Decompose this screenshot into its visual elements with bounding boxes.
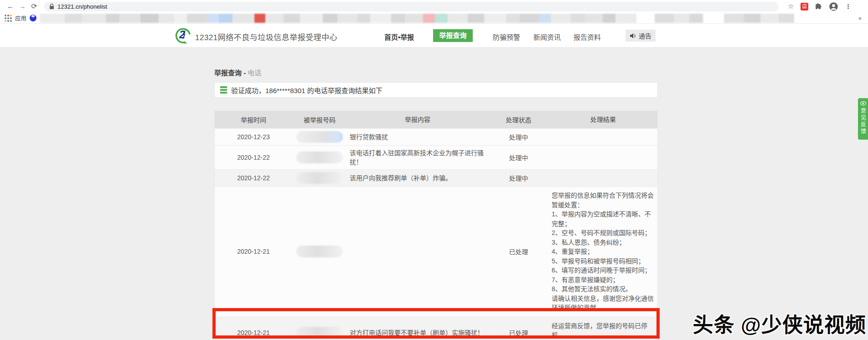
blurred-bookmark[interactable] [207,14,219,23]
blurred-bookmark[interactable] [219,14,232,23]
breadcrumb-section: 举报查询 [214,69,242,77]
watermark-text: 头条 @少侠说视频 [693,309,866,338]
apps-label[interactable]: 应用 [15,14,26,22]
blurred-bookmark[interactable] [585,14,603,23]
blurred-bookmark[interactable] [40,14,65,23]
process-status: 处理中 [488,170,549,186]
blurred-bookmark[interactable] [448,14,468,23]
column-header-process-status: 处理状态 [488,115,549,124]
site-logo-12321: 2 [174,26,192,45]
site-header: 2 12321网络不良与垃圾信息举报受理中心 首页•举报举报查询防骗预警新闻资讯… [0,24,868,47]
nav-link[interactable]: 报告资料 [574,32,601,42]
chrome-menu-icon[interactable]: ⋮ [845,3,851,10]
blurred-bookmark[interactable] [551,14,571,23]
speaker-icon [630,33,636,39]
blurred-bookmark[interactable] [357,14,370,23]
forward-icon[interactable]: → [16,0,28,13]
blurred-bookmark[interactable] [405,14,423,23]
blurred-phone-number [296,131,343,143]
shop-extension-icon[interactable]: 店 [801,3,808,10]
column-header-reported-number: 被举报号码 [292,115,347,124]
blurred-phone-number [296,172,343,184]
blurred-bookmark[interactable] [323,14,337,23]
nav-report-query-button[interactable]: 举报查询 [433,29,473,42]
report-results-table: 举报时间 被举报号码 举报内容 处理状态 处理结果 2020-12-23银行贷款… [214,111,658,340]
profile-avatar[interactable] [829,2,838,11]
blurred-bookmark[interactable] [284,14,300,23]
process-status: 处理中 [488,129,549,145]
blurred-bookmark[interactable] [744,14,760,23]
baidu-favicon[interactable] [30,15,36,21]
blurred-bookmark[interactable] [140,14,159,23]
feedback-label: 意见反馈 [859,108,867,135]
blurred-bookmark[interactable] [174,14,187,23]
report-content: 银行贷款骚扰 [347,129,488,145]
nav-link[interactable]: 新闻资讯 [533,32,561,42]
blurred-bookmark[interactable] [423,14,435,23]
reload-icon[interactable]: ⟳ [28,0,40,13]
blurred-bookmark[interactable] [603,14,615,23]
notice-chip[interactable]: 通告 [625,30,656,42]
bookmarks-overflow-chevron[interactable]: » [858,15,863,21]
blurred-bookmark[interactable] [65,14,82,23]
blurred-bookmark[interactable] [232,14,254,23]
blurred-bookmark[interactable] [779,14,794,23]
reported-number-cell [292,170,347,186]
blurred-bookmark[interactable] [159,14,174,23]
blurred-bookmark[interactable] [187,14,207,23]
blurred-bookmark[interactable] [724,14,744,23]
toolbar-actions: ☆ 店 ⋮ [788,2,851,11]
blurred-bookmark[interactable] [435,14,448,23]
blurred-phone-number [296,152,343,163]
blurred-bookmark[interactable] [119,14,140,23]
blurred-bookmark[interactable] [506,14,520,23]
blurred-bookmark[interactable] [468,14,484,23]
browser-toolbar: ← → ⟳ 12321.cn/phonelist ☆ 店 ⋮ [0,0,868,13]
table-row: 2020-12-21对方打电话问我要不要补单（刷单）实施骚扰！已处理经运营商反馈… [215,317,657,340]
table-header-row: 举报时间 被举报号码 举报内容 处理状态 处理结果 [215,111,657,128]
report-date: 2020-12-21 [215,317,292,340]
report-content: 该电话打着入驻国家高新技术企业为幌子进行骚扰！ [347,146,488,169]
blurred-phone-number [296,327,343,339]
blurred-bookmark[interactable] [337,14,357,23]
bookmarks-blur-strip[interactable] [40,14,820,23]
back-icon[interactable]: ← [5,0,16,13]
table-row: 2020-12-22该电话打着入驻国家高新技术企业为幌子进行骚扰！处理中 [215,145,657,169]
nav-link[interactable]: 防骗预警 [493,32,520,42]
reported-number-cell [292,146,347,169]
blurred-bookmark[interactable] [655,14,674,23]
blurred-bookmark[interactable] [370,14,391,23]
blurred-bookmark[interactable] [82,14,106,23]
blurred-bookmark[interactable] [689,14,703,23]
apps-grid-icon[interactable] [5,15,12,22]
bookmarks-bar: 应用 » [0,13,868,24]
bookmark-star-icon[interactable]: ☆ [788,2,794,10]
extensions-puzzle-icon[interactable] [815,3,822,10]
browser-window: ← → ⟳ 12321.cn/phonelist ☆ 店 ⋮ 应用 » 2 [0,0,868,340]
report-date: 2020-12-22 [215,170,292,186]
feedback-tab[interactable]: 意见反馈 [858,98,868,140]
blurred-bookmark[interactable] [571,14,585,23]
verification-result-banner: 验证成功，186*****8301 的电话举报查询结果如下 [214,82,658,98]
blurred-bookmark[interactable] [391,14,405,23]
blurred-bookmark[interactable] [703,14,724,23]
blurred-bookmark[interactable] [520,14,539,23]
process-result [549,129,657,145]
blurred-bookmark[interactable] [760,14,779,23]
blurred-bookmark[interactable] [265,14,284,23]
blurred-bookmark[interactable] [106,14,119,23]
blurred-bookmark[interactable] [484,14,506,23]
blurred-bookmark[interactable] [636,14,655,23]
reported-number-cell [292,317,347,340]
blurred-bookmark[interactable] [674,14,689,23]
report-date: 2020-12-22 [215,146,292,169]
nav-link[interactable]: 首页•举报 [384,32,414,42]
address-bar[interactable]: 12321.cn/phonelist [44,2,779,11]
blurred-bookmark[interactable] [254,14,265,23]
blurred-bookmark[interactable] [615,14,636,23]
report-content: 该用户向我推荐刷单（补单）炸骗。 [347,170,488,186]
blurred-bookmark[interactable] [300,14,323,23]
column-header-process-result: 处理结果 [549,115,657,125]
verification-result-text: 验证成功，186*****8301 的电话举报查询结果如下 [231,85,382,95]
blurred-bookmark[interactable] [539,14,551,23]
